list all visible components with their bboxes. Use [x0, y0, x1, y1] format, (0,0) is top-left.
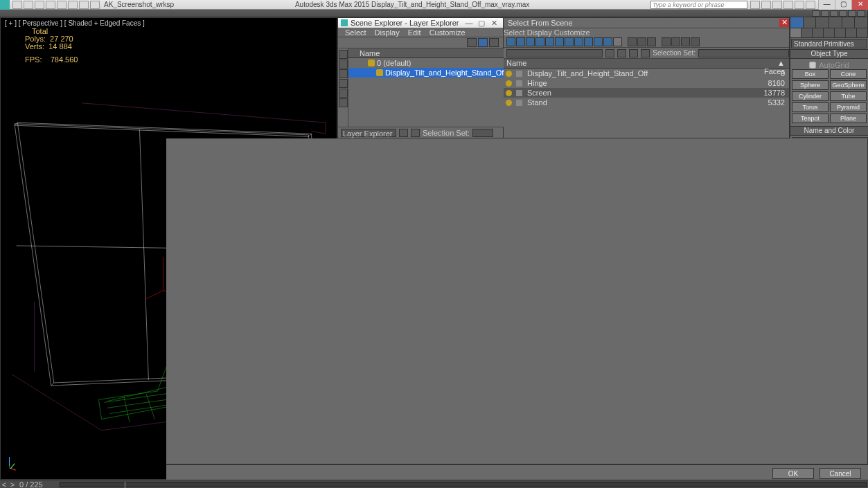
column-name[interactable]: Name — [360, 49, 380, 57]
toolbar-button[interactable] — [478, 38, 488, 47]
qat-button[interactable] — [46, 1, 55, 9]
info-icon[interactable] — [795, 1, 804, 9]
filter-icon[interactable] — [555, 37, 564, 46]
menu-display[interactable]: Display — [527, 28, 552, 37]
minimize-button[interactable]: — — [818, 0, 835, 10]
filter-button[interactable] — [339, 50, 348, 59]
search-button[interactable] — [641, 49, 650, 57]
primitive-button-plane[interactable]: Plane — [830, 114, 867, 123]
search-button[interactable] — [605, 49, 614, 57]
menu-select[interactable]: Select — [504, 28, 525, 37]
filter-icon[interactable] — [535, 37, 544, 46]
tab-create[interactable] — [790, 17, 804, 28]
footer-button[interactable] — [399, 129, 408, 137]
subtab-helpers[interactable] — [835, 28, 846, 37]
info-icon[interactable] — [761, 1, 771, 9]
filter-button[interactable] — [339, 60, 348, 69]
filter-button[interactable] — [339, 69, 348, 78]
primitive-button-cone[interactable]: Cone — [830, 69, 867, 79]
footer-button[interactable] — [411, 129, 420, 137]
filter-icon[interactable] — [603, 37, 612, 46]
menu-edit[interactable]: Edit — [408, 28, 421, 37]
menu-select[interactable]: Select — [345, 28, 366, 37]
rollout-header[interactable]: Name and Color — [790, 127, 868, 136]
toolbar-button[interactable] — [821, 10, 829, 17]
menu-customize[interactable]: Customize — [429, 28, 466, 37]
list-item[interactable]: Stand5332 — [504, 98, 789, 107]
view-icon[interactable] — [628, 37, 637, 46]
menu-display[interactable]: Display — [375, 28, 400, 37]
qat-button[interactable] — [12, 1, 22, 9]
scene-explorer-titlebar[interactable]: Scene Explorer - Layer Explorer — ▢ ✕ — [338, 18, 503, 28]
filter-icon[interactable] — [584, 37, 593, 46]
sfs-search-input[interactable] — [506, 49, 603, 57]
maximize-button[interactable]: ▢ — [475, 19, 488, 28]
primitive-button-teapot[interactable]: Teapot — [792, 114, 829, 123]
toolbar-button[interactable] — [812, 10, 820, 17]
toolbar-button[interactable] — [839, 10, 847, 17]
filter-icon[interactable] — [545, 37, 554, 46]
qat-button[interactable] — [24, 1, 33, 9]
qat-button[interactable] — [57, 1, 67, 9]
qat-button[interactable] — [68, 1, 78, 9]
filter-button[interactable] — [339, 98, 348, 107]
scene-explorer-tree[interactable]: Name 0 (default)Display_Tilt_and_Height_… — [348, 48, 506, 127]
subtab-lights[interactable] — [813, 28, 824, 37]
tree-row[interactable]: Display_Tilt_and_Height_Stand_Off — [348, 68, 506, 78]
column-faces[interactable]: ▲ Faces — [761, 59, 789, 68]
tab-modify[interactable] — [804, 17, 817, 28]
column-name[interactable]: Name — [504, 59, 761, 68]
view-icon[interactable] — [662, 37, 671, 46]
view-icon[interactable] — [637, 37, 646, 46]
selection-set-input[interactable] — [698, 49, 789, 57]
cancel-button[interactable]: Cancel — [820, 468, 861, 479]
filter-icon[interactable] — [526, 37, 535, 46]
tab-utilities[interactable] — [855, 17, 868, 28]
maximize-button[interactable]: ▢ — [835, 0, 851, 10]
sfs-grid-extension[interactable] — [166, 138, 868, 464]
info-icon[interactable] — [750, 1, 760, 9]
subtab-cameras[interactable] — [824, 28, 835, 37]
filter-icon[interactable] — [565, 37, 574, 46]
search-button[interactable] — [617, 49, 626, 57]
timeline-track[interactable] — [60, 482, 867, 487]
toolbar-button[interactable] — [848, 10, 856, 17]
filter-icon[interactable] — [613, 37, 622, 46]
rollout-header[interactable]: Object Type — [790, 50, 868, 59]
close-button[interactable]: ✕ — [488, 19, 500, 28]
view-icon[interactable] — [681, 37, 690, 46]
ok-button[interactable]: OK — [772, 468, 814, 479]
view-icon[interactable] — [691, 37, 700, 46]
subtab-spacewarps[interactable] — [846, 28, 857, 37]
timeline[interactable]: < > 0 / 225 — [0, 480, 868, 488]
toolbar-button[interactable] — [467, 38, 477, 47]
qat-button[interactable] — [90, 1, 100, 9]
subtab-systems[interactable] — [857, 28, 868, 37]
qat-button[interactable] — [79, 1, 89, 9]
primitive-button-geosphere[interactable]: GeoSphere — [830, 80, 867, 90]
subtab-shapes[interactable] — [801, 28, 813, 37]
explorer-mode-dropdown[interactable]: Layer Explorer — [341, 129, 396, 137]
tab-motion[interactable] — [829, 17, 842, 28]
list-item[interactable]: Screen13778 — [504, 88, 789, 98]
minimize-button[interactable]: — — [463, 19, 475, 27]
category-dropdown[interactable]: Standard Primitives — [791, 39, 867, 48]
info-icon[interactable] — [783, 1, 793, 9]
primitive-button-sphere[interactable]: Sphere — [792, 80, 829, 90]
sfs-titlebar[interactable]: Select From Scene ✕ — [504, 18, 789, 28]
qat-button[interactable] — [35, 1, 44, 9]
search-button[interactable] — [629, 49, 638, 57]
infocenter-search[interactable]: Type a keyword or phrase — [650, 1, 747, 9]
view-icon[interactable] — [671, 37, 680, 46]
filter-icon[interactable] — [506, 37, 515, 46]
menu-customize[interactable]: Customize — [554, 28, 590, 37]
list-item[interactable]: Hinge8160 — [504, 78, 789, 88]
tab-display[interactable] — [842, 17, 856, 28]
primitive-button-pyramid[interactable]: Pyramid — [830, 102, 867, 112]
view-icon[interactable] — [647, 37, 656, 46]
toolbar-button[interactable] — [830, 10, 838, 17]
primitive-button-box[interactable]: Box — [792, 69, 829, 79]
close-button[interactable]: ✕ — [851, 0, 868, 10]
help-icon[interactable] — [806, 1, 815, 9]
sfs-grid[interactable]: Name ▲ Faces Display_Tilt_and_Height_Sta… — [504, 59, 789, 138]
